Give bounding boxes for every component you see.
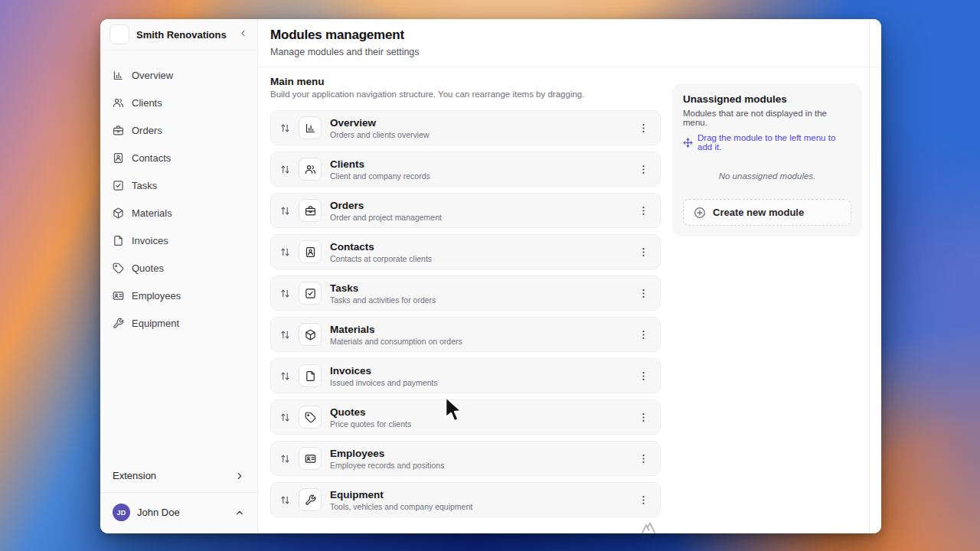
drag-handle-icon[interactable]	[280, 123, 290, 133]
module-title: Materials	[330, 324, 635, 335]
module-title: Quotes	[330, 406, 635, 418]
module-text: ClientsClient and company records	[330, 158, 635, 181]
module-row-orders[interactable]: OrdersOrder and project management	[270, 193, 661, 228]
kebab-menu-icon[interactable]	[635, 243, 652, 261]
move-icon	[683, 138, 693, 148]
sidebar-item-label: Overview	[132, 70, 173, 81]
kebab-menu-icon[interactable]	[635, 202, 652, 220]
scrollbar-track[interactable]	[869, 19, 870, 533]
sidebar-item-label: Materials	[132, 207, 172, 219]
sidebar-item-contacts[interactable]: Contacts	[105, 144, 253, 171]
module-row-equipment[interactable]: EquipmentTools, vehicles and company equ…	[270, 482, 661, 517]
module-text: MaterialsMaterials and consumption on or…	[330, 324, 635, 346]
module-row-quotes[interactable]: QuotesPrice quotes for clients	[270, 399, 661, 435]
drag-handle-icon[interactable]	[280, 412, 290, 422]
bar-chart-icon	[299, 116, 322, 139]
module-description: Contacts at corporate clients	[330, 254, 635, 263]
module-text: TasksTasks and activities for orders	[330, 282, 635, 305]
sidebar-item-materials[interactable]: Materials	[105, 199, 253, 227]
module-text: ContactsContacts at corporate clients	[330, 241, 635, 263]
contact-book-icon	[299, 240, 322, 263]
users-icon	[113, 97, 124, 109]
sidebar-item-label: Contacts	[132, 152, 171, 164]
bar-chart-icon	[113, 70, 124, 81]
main-menu-title: Main menu	[270, 76, 661, 87]
kebab-menu-icon[interactable]	[635, 491, 652, 509]
module-row-invoices[interactable]: InvoicesIssued invoices and payments	[270, 358, 661, 393]
sidebar-item-extension[interactable]: Extension	[100, 462, 257, 492]
app-brand[interactable]: Smith Renovations	[100, 19, 257, 51]
drag-handle-icon[interactable]	[280, 206, 290, 216]
drag-handle-icon[interactable]	[280, 371, 290, 381]
kebab-menu-icon[interactable]	[635, 119, 652, 137]
page-subtitle: Manage modules and their settings	[270, 47, 869, 57]
drag-handle-icon[interactable]	[280, 247, 290, 257]
app-name: Smith Renovations	[136, 29, 231, 41]
right-column: Unassigned modules Modules that are not …	[672, 76, 869, 517]
module-row-materials[interactable]: MaterialsMaterials and consumption on or…	[270, 317, 661, 352]
file-icon	[113, 235, 124, 246]
drag-hint-text: Drag the module to the left menu to add …	[697, 133, 851, 152]
kebab-menu-icon[interactable]	[635, 285, 652, 302]
kebab-menu-icon[interactable]	[635, 409, 652, 426]
main-content: Modules management Manage modules and th…	[258, 19, 881, 533]
file-icon	[299, 364, 322, 387]
create-button-label: Create new module	[713, 207, 804, 218]
sidebar-item-label: Clients	[132, 97, 162, 109]
drag-handle-icon[interactable]	[280, 454, 290, 464]
sidebar-collapse-button[interactable]	[238, 28, 248, 41]
extension-label: Extension	[113, 470, 156, 481]
module-row-employees[interactable]: EmployeesEmployee records and positions	[270, 441, 661, 476]
module-row-contacts[interactable]: ContactsContacts at corporate clients	[270, 234, 661, 269]
module-title: Invoices	[330, 365, 635, 377]
sidebar-item-overview[interactable]: Overview	[105, 61, 253, 89]
kebab-menu-icon[interactable]	[635, 450, 652, 468]
chevron-left-icon	[238, 28, 248, 41]
main-menu-caption: Build your application navigation struct…	[270, 90, 661, 99]
unassigned-empty-text: No unassigned modules.	[683, 171, 851, 181]
sidebar-item-label: Orders	[132, 125, 162, 136]
id-card-icon	[299, 447, 322, 470]
unassigned-modules-panel: Unassigned modules Modules that are not …	[672, 83, 862, 236]
drag-hint: Drag the module to the left menu to add …	[683, 133, 851, 152]
drag-handle-icon[interactable]	[280, 495, 290, 505]
module-description: Tools, vehicles and company equipment	[330, 502, 635, 511]
sidebar-item-tasks[interactable]: Tasks	[105, 171, 253, 199]
check-square-icon	[299, 282, 322, 305]
briefcase-icon	[299, 199, 322, 222]
drag-handle-icon[interactable]	[280, 289, 290, 298]
drag-handle-icon[interactable]	[280, 165, 290, 174]
id-card-icon	[113, 290, 124, 302]
module-text: EquipmentTools, vehicles and company equ…	[330, 489, 635, 511]
module-row-overview[interactable]: OverviewOrders and clients overview	[270, 110, 661, 145]
briefcase-logo-icon	[109, 24, 129, 44]
create-new-module-button[interactable]: Create new module	[683, 199, 851, 226]
kebab-menu-icon[interactable]	[635, 326, 652, 344]
sidebar-item-invoices[interactable]: Invoices	[105, 227, 253, 254]
check-square-icon	[113, 180, 124, 191]
module-row-tasks[interactable]: TasksTasks and activities for orders	[270, 276, 661, 311]
module-title: Contacts	[330, 241, 635, 253]
sidebar-spacer	[100, 337, 257, 462]
kebab-menu-icon[interactable]	[635, 367, 652, 385]
kebab-menu-icon[interactable]	[635, 161, 652, 178]
package-icon	[113, 207, 124, 219]
chevron-right-icon	[234, 471, 245, 481]
sidebar-item-clients[interactable]: Clients	[105, 89, 253, 116]
drag-handle-icon[interactable]	[280, 330, 290, 340]
unassigned-panel-subtitle: Modules that are not displayed in the me…	[683, 109, 851, 127]
sidebar-item-label: Invoices	[132, 235, 168, 246]
tag-icon	[113, 262, 124, 274]
sidebar-item-employees[interactable]: Employees	[105, 282, 253, 309]
user-menu[interactable]: JD John Doe	[100, 493, 257, 533]
sidebar-item-quotes[interactable]: Quotes	[105, 254, 253, 282]
sidebar-item-orders[interactable]: Orders	[105, 116, 253, 144]
sidebar-item-label: Tasks	[132, 180, 157, 191]
sidebar-item-equipment[interactable]: Equipment	[105, 309, 253, 337]
mountain-logo-icon	[639, 517, 658, 533]
module-description: Orders and clients overview	[330, 130, 635, 139]
users-icon	[299, 158, 322, 181]
module-row-clients[interactable]: ClientsClient and company records	[270, 152, 661, 187]
package-icon	[299, 323, 322, 346]
main-menu-section: Main menu Build your application navigat…	[270, 76, 661, 517]
